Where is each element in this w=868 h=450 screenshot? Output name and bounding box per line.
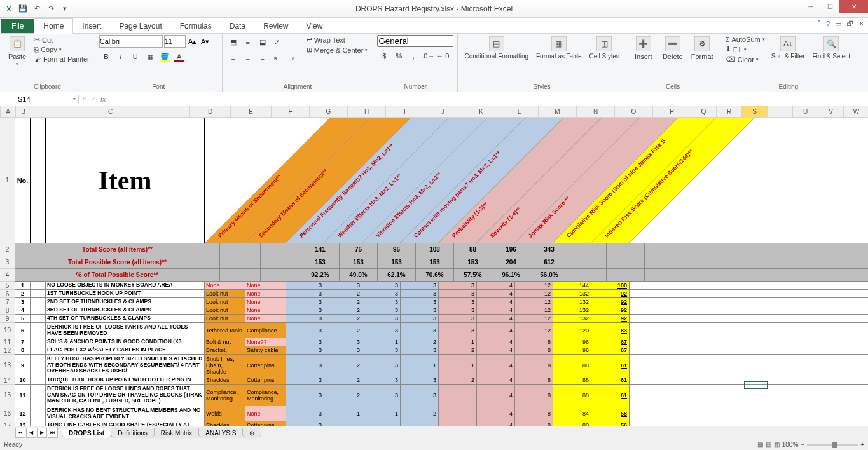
col-header-M[interactable]: M [539, 106, 577, 117]
table-row[interactable]: 21ST TURNBUCKLE HOOK UP POINTLook nutNon… [15, 290, 868, 298]
table-row[interactable]: 1NO LOOSE OBJECTS IN MONKEY BOARD AREANo… [15, 282, 868, 290]
tab-view[interactable]: View [298, 19, 332, 33]
table-row[interactable]: 10TORQUE TUBE HOOK UP POINT WITH COTTER … [15, 376, 868, 385]
col-header-H[interactable]: H [348, 106, 386, 117]
view-break-icon[interactable]: ▥ [774, 441, 780, 448]
sheet-nav-last[interactable]: ⏭ [48, 428, 58, 438]
sheet-tab-analysis[interactable]: ANALYSIS [198, 428, 243, 438]
tab-data[interactable]: Data [221, 19, 254, 33]
cut-button[interactable]: ✂Cut [33, 35, 91, 44]
format-cells-button[interactable]: ⚙Format [689, 35, 716, 62]
sheet-tab-drops-list[interactable]: DROPS List [62, 428, 111, 438]
table-row[interactable]: 54TH SET OF TURNBUCKLES & CLAMPSLook nut… [15, 315, 868, 323]
col-header-D[interactable]: D [190, 106, 231, 117]
formula-input[interactable] [110, 95, 865, 103]
view-normal-icon[interactable]: ▦ [757, 441, 763, 448]
col-header-C[interactable]: C [31, 106, 190, 117]
zoom-level[interactable]: 100% [782, 441, 799, 448]
spreadsheet-grid[interactable]: ABCDEFGHIJKLMNOPQRSTUVW 1234567891011121… [0, 106, 868, 437]
font-name-input[interactable] [99, 35, 163, 48]
row-header-15[interactable]: 15 [0, 385, 15, 406]
paste-button[interactable]: 📋Paste▾ [4, 35, 31, 68]
table-row[interactable]: 11DERRICK IS FREE OF LOOSE LINES AND ROP… [15, 385, 868, 406]
number-format-select[interactable] [377, 35, 453, 47]
cancel-formula-icon[interactable]: ✕ [81, 95, 87, 103]
tab-review[interactable]: Review [254, 19, 297, 33]
file-tab[interactable]: File [1, 19, 34, 33]
col-header-V[interactable]: V [818, 106, 844, 117]
tab-page-layout[interactable]: Page Layout [110, 19, 170, 33]
underline-button[interactable]: U [128, 50, 142, 64]
col-header-L[interactable]: L [500, 106, 539, 117]
col-header-K[interactable]: K [462, 106, 500, 117]
col-header-U[interactable]: U [793, 106, 818, 117]
row-header-1[interactable]: 1 [0, 118, 15, 243]
col-header-P[interactable]: P [653, 106, 691, 117]
fill-button[interactable]: ⬇Fill▾ [724, 44, 766, 54]
col-header-B[interactable]: B [16, 106, 31, 117]
clear-button[interactable]: ⌫Clear▾ [724, 55, 766, 64]
autosum-button[interactable]: ΣAutoSum▾ [724, 35, 766, 44]
find-select-button[interactable]: 🔍Find & Select [809, 35, 852, 61]
font-size-input[interactable] [164, 35, 186, 48]
currency-button[interactable]: $ [377, 49, 391, 63]
name-box[interactable]: S14▾ [15, 95, 79, 103]
col-header-T[interactable]: T [768, 106, 793, 117]
row-header-7[interactable]: 7 [0, 298, 15, 306]
sheet-nav-prev[interactable]: ◀ [26, 428, 36, 438]
col-header-F[interactable]: F [272, 106, 310, 117]
col-header-A[interactable]: A [1, 106, 16, 117]
fill-color-button[interactable]: 🪣 [158, 50, 172, 64]
sheet-nav-next[interactable]: ▶ [37, 428, 47, 438]
cells-area[interactable]: No. Item Primary Means of Securement**Se… [15, 118, 868, 437]
zoom-in-button[interactable]: + [860, 441, 864, 448]
minimize-button[interactable]: ─ [801, 0, 820, 13]
italic-button[interactable]: I [114, 50, 128, 64]
conditional-formatting-button[interactable]: ▤Conditional Formatting [462, 35, 531, 61]
align-center-button[interactable]: ≡ [241, 51, 255, 65]
increase-decimal-button[interactable]: .0→ [421, 49, 435, 63]
bold-button[interactable]: B [99, 50, 113, 64]
ribbon-close-icon[interactable]: ✕ [858, 20, 864, 28]
view-layout-icon[interactable]: ▤ [766, 441, 771, 448]
delete-cells-button[interactable]: ➖Delete [659, 35, 686, 62]
row-header-14[interactable]: 14 [0, 376, 15, 385]
decrease-decimal-button[interactable]: ←.0 [436, 49, 450, 63]
row-header-8[interactable]: 8 [0, 306, 15, 315]
copy-button[interactable]: ⎘Copy▾ [33, 45, 91, 54]
row-header-2[interactable]: 2 [0, 243, 15, 256]
fx-icon[interactable]: fx [100, 95, 106, 103]
col-header-W[interactable]: W [844, 106, 868, 117]
table-row[interactable]: 8FLAG POST X2 W/SAFETY CABLES IN PLACEBr… [15, 346, 868, 355]
new-sheet-button[interactable]: ⊕ [242, 428, 261, 438]
align-right-button[interactable]: ≡ [256, 51, 270, 65]
row-header-16[interactable]: 16 [0, 406, 15, 421]
col-header-O[interactable]: O [615, 106, 653, 117]
col-header-G[interactable]: G [310, 106, 348, 117]
shrink-font-button[interactable]: A▾ [200, 38, 211, 46]
table-row[interactable]: 9KELLY HOSE HAS PROPERLY SIZED SNUB LIES… [15, 355, 868, 376]
help-icon[interactable]: ? [826, 20, 830, 28]
zoom-slider[interactable] [807, 444, 858, 446]
table-row[interactable]: 12DERRICK HAS NO BENT STRUCTURAL MEMBERS… [15, 406, 868, 421]
row-header-13[interactable]: 13 [0, 355, 15, 376]
col-header-S[interactable]: S [742, 106, 768, 117]
col-header-E[interactable]: E [231, 106, 272, 117]
font-color-button[interactable]: A [172, 50, 186, 64]
comma-button[interactable]: , [406, 49, 420, 63]
sheet-nav-first[interactable]: ⏮ [15, 428, 25, 438]
undo-icon[interactable]: ↶ [31, 3, 43, 15]
format-as-table-button[interactable]: ▦Format as Table [534, 35, 584, 61]
grow-font-button[interactable]: A▴ [187, 38, 198, 46]
align-left-button[interactable]: ≡ [226, 51, 240, 65]
align-top-button[interactable]: ⬒ [226, 35, 240, 49]
border-button[interactable]: ▦ [143, 50, 157, 64]
align-bottom-button[interactable]: ⬓ [256, 35, 270, 49]
table-row[interactable]: 43RD SET OF TURNBUCKLES & CLAMPSLook nut… [15, 306, 868, 315]
sheet-tab-risk-matrix[interactable]: Risk Matrix [154, 428, 199, 438]
tab-insert[interactable]: Insert [73, 19, 110, 33]
format-painter-button[interactable]: 🖌Format Painter [33, 55, 91, 64]
qat-dropdown-icon[interactable]: ▾ [59, 3, 71, 15]
table-row[interactable]: 6DERRICK IS FREE OF LOOSE PARTS AND ALL … [15, 323, 868, 338]
col-header-N[interactable]: N [577, 106, 615, 117]
